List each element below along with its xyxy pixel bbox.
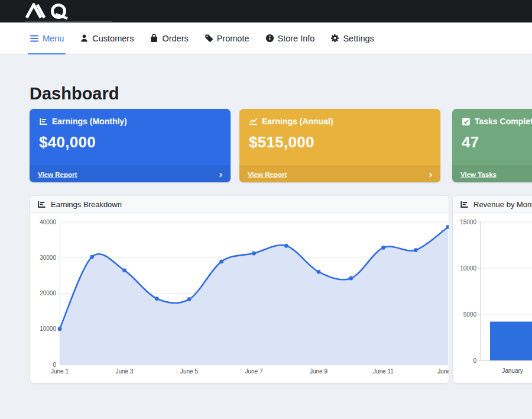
nav-item-label: Settings [343, 34, 374, 43]
card-body: Tasks Completed 47 [452, 109, 532, 159]
area-chart-icon [37, 200, 46, 209]
nav-item-orders[interactable]: Orders [150, 34, 188, 43]
card-header-title: Revenue by Month [473, 200, 532, 209]
svg-text:January: January [502, 368, 523, 374]
info-icon [265, 34, 274, 43]
nav-item-label: Promote [217, 34, 249, 43]
nav-item-label: Orders [162, 34, 188, 43]
svg-text:30000: 30000 [40, 254, 56, 261]
card-body: Earnings (Monthly) $40,000 [30, 109, 231, 159]
svg-text:10000: 10000 [460, 265, 476, 272]
gear-icon [330, 34, 339, 43]
revenue-by-month-chart: 050001000015000January [453, 213, 532, 383]
card-footer: View Report › [30, 166, 231, 182]
card-title: Earnings (Monthly) [52, 117, 127, 126]
check-square-icon [462, 117, 471, 126]
revenue-by-month-card: Revenue by Month 050001000015000January [452, 195, 532, 383]
svg-text:0: 0 [53, 362, 56, 368]
card-value: 47 [462, 133, 532, 152]
bar-chart-icon [460, 200, 469, 209]
card-footer: View Tasks › [452, 166, 532, 182]
card-header: Revenue by Month [453, 196, 532, 213]
nav-item-label: Menu [43, 34, 64, 43]
line-chart-icon [249, 117, 258, 126]
card-earnings-annual: Earnings (Annual) $515,000 View Report › [239, 109, 440, 182]
svg-text:15000: 15000 [460, 219, 476, 225]
bar-chart-icon [39, 117, 48, 126]
nav-item-customers[interactable]: Customers [80, 34, 134, 43]
card-header: Earnings Breakdown [30, 196, 449, 213]
svg-text:0: 0 [473, 357, 476, 364]
nav-item-label: Store Info [278, 34, 315, 43]
logo-underline [25, 21, 112, 22]
nav-item-settings[interactable]: Settings [330, 34, 374, 43]
svg-text:June 9: June 9 [310, 368, 327, 375]
top-app-bar [0, 0, 532, 22]
chevron-right-icon: › [429, 170, 432, 179]
hamburger-icon [30, 34, 39, 43]
svg-text:June 13: June 13 [437, 368, 449, 375]
svg-text:20000: 20000 [40, 290, 56, 296]
svg-text:June 3: June 3 [115, 368, 133, 375]
view-tasks-link[interactable]: View Tasks [460, 171, 497, 178]
card-value: $40,000 [39, 133, 221, 152]
svg-text:5000: 5000 [463, 311, 477, 318]
svg-text:40000: 40000 [40, 219, 56, 225]
earnings-breakdown-chart: 010000200003000040000June 1June 3June 5J… [30, 213, 449, 383]
main-nav: Menu Customers Orders Promote Store Info [0, 22, 532, 54]
page-title: Dashboard [30, 84, 119, 104]
card-earnings-monthly: Earnings (Monthly) $40,000 View Report › [30, 109, 231, 182]
person-icon [80, 34, 89, 43]
card-title: Earnings (Annual) [262, 117, 333, 126]
card-tasks-completed: Tasks Completed 47 View Tasks › [452, 109, 532, 182]
card-body: Earnings (Annual) $515,000 [239, 109, 440, 159]
svg-text:June 1: June 1 [51, 368, 69, 375]
svg-text:June 7: June 7 [245, 368, 262, 375]
tag-icon [205, 34, 213, 43]
view-report-link[interactable]: View Report [248, 171, 287, 178]
card-value: $515,000 [249, 133, 431, 152]
view-report-link[interactable]: View Report [38, 171, 77, 178]
bag-icon [150, 34, 158, 43]
card-header-title: Earnings Breakdown [51, 200, 122, 209]
earnings-breakdown-card: Earnings Breakdown 010000200003000040000… [30, 195, 449, 383]
svg-text:June 11: June 11 [373, 368, 394, 375]
nav-item-store-info[interactable]: Store Info [265, 34, 315, 43]
svg-text:10000: 10000 [40, 325, 56, 332]
chevron-right-icon: › [219, 170, 222, 179]
card-title: Tasks Completed [475, 117, 532, 126]
nav-item-menu[interactable]: Menu [30, 34, 64, 43]
app-logo [25, 3, 84, 20]
card-footer: View Report › [239, 166, 440, 182]
svg-text:June 5: June 5 [180, 368, 198, 375]
nav-item-promote[interactable]: Promote [205, 34, 249, 43]
nav-item-label: Customers [92, 34, 134, 43]
